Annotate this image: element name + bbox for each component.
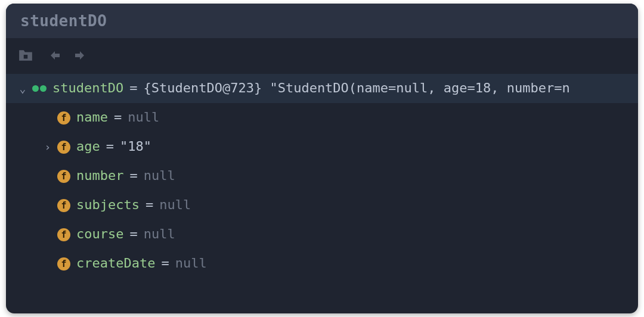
panel-title: studentDO (6, 4, 638, 38)
field-row-name[interactable]: fname=null (6, 103, 638, 132)
debugger-panel: studentDO ⌄ studentDO = {StudentDO@723} … (6, 4, 638, 313)
field-value: null (144, 168, 175, 184)
field-icon: f (57, 257, 70, 271)
field-icon: f (57, 170, 70, 183)
root-reference: {StudentDO@723} (143, 80, 262, 96)
field-icon: f (57, 141, 70, 154)
root-var-name: studentDO (52, 80, 123, 96)
field-value: null (159, 197, 191, 213)
field-icon: f (57, 199, 70, 212)
field-value: null (175, 256, 207, 271)
tree-root-row[interactable]: ⌄ studentDO = {StudentDO@723} "StudentDO… (6, 74, 638, 103)
equals-sign: = (123, 168, 143, 184)
field-row-age[interactable]: ›fage="18" (6, 132, 638, 161)
field-row-subjects[interactable]: fsubjects=null (6, 191, 638, 220)
field-name: subjects (76, 197, 140, 213)
arrow-left-icon[interactable] (47, 48, 61, 63)
field-name: course (76, 226, 123, 242)
equals-sign: = (123, 226, 143, 242)
field-row-course[interactable]: fcourse=null (6, 220, 638, 249)
equals-sign: = (100, 139, 120, 154)
field-row-number[interactable]: fnumber=null (6, 161, 638, 191)
toolbar (6, 38, 638, 73)
field-icon: f (57, 111, 70, 125)
field-name: age (76, 139, 100, 154)
variable-tree: ⌄ studentDO = {StudentDO@723} "StudentDO… (6, 73, 638, 282)
equals-sign: = (140, 197, 159, 213)
chevron-right-icon[interactable]: › (42, 141, 54, 154)
field-value: "18" (120, 139, 151, 154)
equals-sign: = (108, 110, 128, 125)
field-value: null (128, 110, 159, 125)
title-text: studentDO (20, 12, 107, 30)
folder-close-icon[interactable] (18, 49, 33, 62)
field-value: null (144, 226, 175, 242)
equals-sign: = (155, 256, 175, 271)
field-row-createDate[interactable]: fcreateDate=null (6, 249, 638, 278)
equals-sign: = (123, 80, 143, 96)
watch-glasses-icon (32, 85, 47, 92)
field-icon: f (57, 228, 70, 241)
chevron-down-icon[interactable]: ⌄ (17, 82, 29, 95)
arrow-right-icon[interactable] (74, 48, 88, 63)
root-tostring: "StudentDO(name=null, age=18, number=n (270, 80, 569, 96)
field-name: number (76, 168, 123, 184)
field-name: name (76, 110, 108, 125)
field-name: createDate (76, 256, 155, 271)
